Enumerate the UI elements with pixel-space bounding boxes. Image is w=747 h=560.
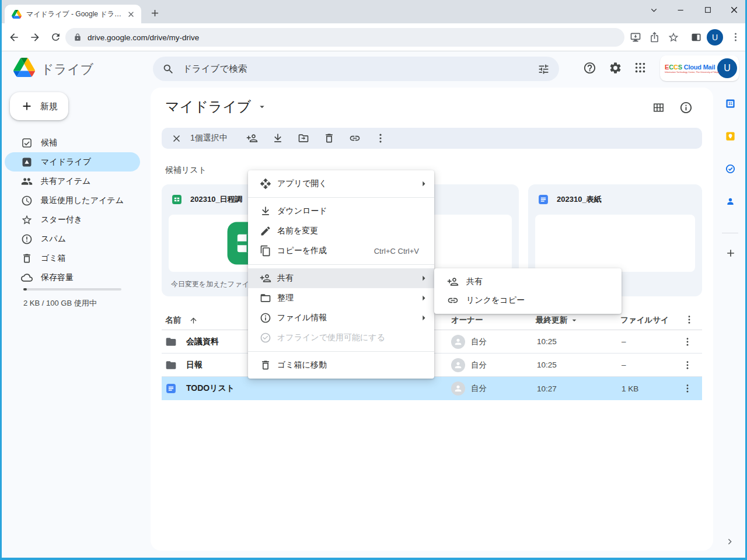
star-icon: [21, 214, 33, 226]
account-chip[interactable]: ECCS Cloud Mail Information Technology C…: [660, 55, 739, 81]
column-header-size[interactable]: ファイルサイ: [620, 315, 669, 326]
sort-up-icon: [189, 316, 198, 325]
side-panel-icon[interactable]: [690, 32, 702, 43]
browser-tab[interactable]: マイドライブ - Google ドライブ: [5, 5, 141, 23]
folder-icon: [165, 359, 177, 371]
sidebar-item-storage[interactable]: 保存容量: [5, 268, 140, 287]
browser-titlebar: マイドライブ - Google ドライブ: [0, 0, 747, 23]
trash-icon: [21, 253, 33, 264]
menu-item-file-info[interactable]: ファイル情報: [248, 308, 434, 328]
spam-icon: [21, 233, 33, 245]
reload-icon[interactable]: [50, 32, 61, 43]
sidebar-item-trash[interactable]: ゴミ箱: [5, 249, 140, 268]
sidebar-item-shared[interactable]: 共有アイテム: [5, 172, 140, 191]
download-icon: [260, 205, 271, 217]
copy-link-button[interactable]: [342, 132, 368, 144]
tab-close-icon[interactable]: [127, 10, 135, 19]
show-side-panel-icon[interactable]: [725, 537, 735, 547]
column-header-modified[interactable]: 最終更新: [536, 315, 579, 326]
share-submenu: 共有 リンクをコピー: [434, 268, 622, 314]
column-header-owner[interactable]: オーナー: [451, 315, 483, 326]
browser-menu-icon[interactable]: [730, 32, 741, 43]
drive-favicon: [12, 9, 22, 19]
account-avatar[interactable]: U: [717, 58, 737, 78]
forward-icon[interactable]: [29, 32, 41, 43]
person-add-icon: [447, 276, 459, 288]
menu-item-rename[interactable]: 名前を変更: [248, 221, 434, 241]
row-more-icon[interactable]: [682, 337, 693, 347]
sidebar-item-starred[interactable]: スター付き: [5, 210, 140, 229]
window-close-button[interactable]: [725, 2, 743, 18]
menu-item-make-copy[interactable]: コピーを作成 Ctrl+C Ctrl+V: [248, 241, 434, 261]
menu-item-share[interactable]: 共有: [248, 268, 434, 288]
logo-word-cloud: Cloud: [682, 64, 703, 71]
sidebar-item-suggested[interactable]: 候補: [5, 133, 140, 152]
menu-item-move-to-trash[interactable]: ゴミ箱に移動: [248, 355, 434, 375]
clear-selection-icon[interactable]: [171, 133, 182, 144]
settings-gear-icon[interactable]: [609, 61, 622, 75]
bookmark-star-icon[interactable]: [668, 32, 679, 43]
google-apps-icon[interactable]: [634, 61, 647, 74]
submenu-item-share[interactable]: 共有: [434, 272, 622, 291]
card-title: 202310_表紙: [557, 194, 602, 205]
search-input[interactable]: ドライブで検索: [183, 63, 537, 75]
page-title[interactable]: マイドライブ: [165, 97, 267, 116]
move-selected-button[interactable]: [291, 132, 316, 144]
details-info-icon[interactable]: [679, 101, 693, 114]
browser-profile-avatar[interactable]: U: [707, 29, 723, 46]
sidebar-item-spam[interactable]: スパム: [5, 229, 140, 249]
share-icon[interactable]: [649, 32, 660, 43]
window-border-left: [0, 0, 2, 560]
new-button[interactable]: 新規: [10, 92, 68, 120]
get-add-ons-icon[interactable]: [725, 247, 736, 259]
back-icon[interactable]: [8, 32, 20, 43]
sidebar-item-label: 候補: [41, 138, 57, 148]
menu-item-organize[interactable]: 整理: [248, 288, 434, 308]
owner-name: 自分: [471, 360, 487, 370]
sidebar-item-my-drive[interactable]: マイドライブ: [5, 152, 140, 172]
trash-selected-button[interactable]: [316, 132, 342, 144]
approval-check-icon: [21, 137, 33, 149]
keep-icon[interactable]: [725, 131, 736, 142]
install-icon[interactable]: [630, 32, 641, 43]
copy-icon: [260, 245, 271, 257]
contacts-icon[interactable]: [725, 196, 736, 207]
window-minimize-button[interactable]: [671, 2, 690, 18]
search-options-icon[interactable]: [537, 63, 550, 75]
submenu-arrow-icon: [418, 292, 430, 304]
url-bar[interactable]: drive.google.com/drive/my-drive: [65, 28, 624, 47]
owner-avatar: [451, 382, 465, 396]
grid-view-icon[interactable]: [652, 101, 665, 114]
download-selected-button[interactable]: [265, 132, 291, 144]
pencil-icon: [260, 225, 271, 237]
logo-subtext: Information Technology Center, The Unive…: [665, 71, 714, 74]
submenu-item-copy-link[interactable]: リンクをコピー: [434, 291, 622, 310]
support-icon[interactable]: [583, 61, 596, 75]
window-chevron-button[interactable]: [644, 2, 663, 18]
folder-open-icon: [260, 292, 271, 304]
table-row-doc-selected[interactable]: TODOリスト 自分 10:27 1 KB: [162, 377, 702, 400]
column-header-name[interactable]: 名前: [165, 315, 198, 326]
sidebar-item-label: ゴミ箱: [41, 253, 66, 264]
column-settings-icon[interactable]: [684, 314, 694, 325]
tasks-icon[interactable]: [725, 163, 736, 174]
share-selected-button[interactable]: [239, 132, 265, 144]
window-maximize-button[interactable]: [699, 2, 717, 18]
open-with-icon: [260, 178, 271, 190]
row-more-icon[interactable]: [682, 383, 693, 394]
file-name: 日報: [186, 360, 203, 370]
logo-letter: C: [669, 64, 673, 71]
more-actions-icon[interactable]: [368, 132, 393, 144]
new-tab-button[interactable]: [149, 8, 160, 19]
row-more-icon[interactable]: [682, 360, 693, 370]
menu-item-open-with[interactable]: アプリで開く: [248, 174, 434, 194]
sidebar-item-recent[interactable]: 最近使用したアイテム: [5, 191, 140, 210]
calendar-icon[interactable]: [725, 98, 736, 109]
menu-item-download[interactable]: ダウンロード: [248, 201, 434, 221]
owner-avatar: [451, 358, 465, 372]
chevron-down-icon[interactable]: [257, 102, 267, 112]
search-bar[interactable]: ドライブで検索: [153, 57, 559, 81]
modified-time: 10:27: [537, 384, 557, 393]
file-size: –: [622, 337, 626, 346]
submenu-arrow-icon: [418, 312, 430, 324]
